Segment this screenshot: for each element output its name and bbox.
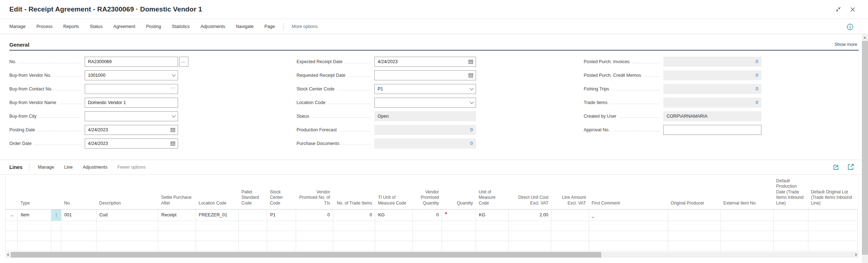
posting-date-input[interactable] — [85, 125, 178, 135]
lines-menu-adjustments[interactable]: Adjustments — [83, 165, 107, 170]
vertical-scrollbar[interactable] — [862, 34, 868, 263]
buy-from-city-input[interactable] — [85, 111, 178, 121]
fewer-options-button[interactable]: Fewer options — [117, 165, 146, 170]
cell-default-original-lot-trade-items-inbound-line[interactable] — [808, 209, 857, 221]
column-header-first-comment[interactable]: First Comment — [589, 175, 668, 209]
scroll-up-icon[interactable] — [863, 37, 866, 38]
menu-item-posting[interactable]: Posting — [146, 24, 161, 29]
chevron-down-icon[interactable] — [470, 102, 473, 103]
more-options-button[interactable]: More options — [292, 24, 318, 29]
cell-direct-unit-cost-excl-vat[interactable]: 2.00 — [508, 209, 551, 221]
column-header-vendor-promised-no-of-tis[interactable]: Vendor Promised No. of TIs — [296, 175, 333, 209]
buy-from-contact-no-input[interactable] — [85, 84, 178, 94]
cell-settle-purchase-after[interactable]: Receipt — [158, 209, 196, 221]
open-in-new-window-icon[interactable] — [847, 163, 855, 171]
cell-default-production-date-trade-items-inbound-line[interactable] — [773, 209, 808, 221]
column-header-default-production-date-trade-items-inbound-line[interactable]: Default Production Date (Trade Items Inb… — [773, 175, 808, 209]
column-header-description[interactable]: Description — [96, 175, 158, 209]
cell-first-comment[interactable]: _ — [589, 209, 668, 221]
calendar-icon[interactable] — [171, 141, 175, 146]
menu-item-reports[interactable]: Reports — [63, 24, 79, 29]
share-icon[interactable] — [833, 163, 841, 171]
cell-vendor-promised-quantity[interactable]: 0 — [412, 209, 442, 221]
posted-purch-invoices-value[interactable]: 0 — [663, 57, 761, 67]
column-header-direct-unit-cost-excl-vat[interactable]: Direct Unit Cost Excl. VAT — [508, 175, 551, 209]
column-header-vendor-promised-quantity[interactable]: Vendor Promised Quantity — [412, 175, 442, 209]
cell-quantity[interactable]: * — [442, 209, 476, 221]
column-header-settle-purchase-after[interactable]: Settle Purchase After — [158, 175, 196, 209]
column-header-default-original-lot-trade-items-inbound-line[interactable]: Default Original Lot (Trade Items Inboun… — [808, 175, 857, 209]
cell-type[interactable]: Item — [18, 209, 51, 221]
column-header-unit-of-measure-code[interactable]: Unit of Measure Code — [476, 175, 508, 209]
expected-receipt-date-input[interactable] — [374, 57, 476, 67]
column-header-quantity[interactable]: Quantity — [442, 175, 476, 209]
cell-external-item-no[interactable] — [720, 209, 773, 221]
column-header-location-code[interactable]: Location Code — [196, 175, 238, 209]
scroll-right-icon[interactable] — [855, 253, 857, 256]
calendar-icon[interactable] — [171, 128, 175, 132]
menu-item-page[interactable]: Page — [265, 24, 275, 29]
general-heading[interactable]: General — [9, 42, 29, 48]
cell-stock-center-code[interactable]: P1 — [267, 209, 296, 221]
chevron-down-icon[interactable] — [172, 75, 175, 76]
column-header-no-of-trade-items[interactable]: No. of Trade Items — [333, 175, 375, 209]
no-input[interactable] — [85, 57, 178, 67]
vertical-scrollbar-thumb[interactable] — [862, 41, 868, 255]
row-indicator-icon[interactable]: → — [6, 209, 18, 221]
restore-down-icon[interactable] — [832, 4, 844, 15]
scroll-left-icon[interactable] — [7, 253, 9, 256]
calendar-icon[interactable] — [468, 73, 473, 78]
cell-ti-unit-of-measure-code[interactable]: KG — [375, 209, 412, 221]
requested-receipt-date-input[interactable] — [374, 70, 476, 80]
menu-item-status[interactable]: Status — [90, 24, 102, 29]
info-icon[interactable] — [846, 23, 855, 31]
stock-center-code-input[interactable] — [374, 84, 476, 94]
row-options-icon[interactable]: ⋮ — [51, 209, 61, 221]
cell-description[interactable]: Cod — [96, 209, 158, 221]
cell-unit-of-measure-code[interactable]: KG — [476, 209, 508, 221]
menu-item-adjustments[interactable]: Adjustments — [200, 24, 225, 29]
column-header-stock-center-code[interactable]: Stock Center Code — [267, 175, 296, 209]
fishing-trips-value[interactable]: 0 — [663, 84, 761, 94]
horizontal-scrollbar-thumb[interactable] — [11, 252, 601, 258]
dotted-leader — [54, 76, 81, 77]
column-header-external-item-no[interactable]: External Item No. — [720, 175, 773, 209]
cell-pallet-standard-code[interactable] — [238, 209, 267, 221]
menu-item-manage[interactable]: Manage — [9, 24, 25, 29]
purchase-documents-value[interactable]: 0 — [374, 138, 476, 149]
column-header-type[interactable]: Type — [18, 175, 51, 209]
menu-item-statistics[interactable]: Statistics — [172, 24, 190, 29]
approval-no-input[interactable] — [663, 125, 761, 135]
lines-menu-line[interactable]: Line — [64, 165, 73, 170]
column-header-no[interactable]: No. — [61, 175, 97, 209]
cell-original-producer[interactable] — [668, 209, 720, 221]
buy-from-vendor-name-input[interactable] — [85, 98, 178, 108]
cell-location-code[interactable]: FREEZER_01 — [196, 209, 238, 221]
show-more-link[interactable]: Show more — [835, 42, 857, 47]
menu-item-process[interactable]: Process — [36, 24, 52, 29]
location-code-input[interactable] — [374, 98, 476, 108]
menu-item-navigate[interactable]: Navigate — [236, 24, 253, 29]
cell-no-of-trade-items[interactable]: 0 — [333, 209, 375, 221]
order-date-input[interactable] — [85, 138, 178, 149]
production-forecast-value[interactable]: 0 — [374, 125, 476, 135]
chevron-down-icon[interactable] — [172, 116, 175, 117]
buy-from-vendor-no-input[interactable] — [85, 70, 178, 80]
cell-vendor-promised-no-of-tis[interactable]: 0 — [296, 209, 333, 221]
chevron-down-icon[interactable] — [470, 88, 473, 90]
cell-line-amount-excl-vat[interactable] — [551, 209, 589, 221]
ellipsis-icon[interactable]: … — [171, 85, 175, 89]
column-header-pallet-standard-code[interactable]: Pallet Standard Code — [238, 175, 267, 209]
close-icon[interactable] — [846, 4, 859, 15]
column-header-ti-unit-of-measure-code[interactable]: TI Unit of Measure Code — [375, 175, 412, 209]
assist-edit-button[interactable]: … — [179, 57, 188, 67]
cell-no[interactable]: 001 — [61, 209, 97, 221]
trade-items-value[interactable]: 0 — [663, 98, 761, 108]
posted-purch-credit-memos-value[interactable]: 0 — [663, 70, 761, 80]
column-header-line-amount-excl-vat[interactable]: Line Amount Excl. VAT — [551, 175, 589, 209]
column-header-original-producer[interactable]: Original Producer — [668, 175, 720, 209]
menu-item-agreement[interactable]: Agreement — [113, 24, 135, 29]
calendar-icon[interactable] — [468, 60, 473, 64]
lines-menu-manage[interactable]: Manage — [38, 165, 54, 170]
horizontal-scrollbar[interactable] — [5, 252, 859, 258]
